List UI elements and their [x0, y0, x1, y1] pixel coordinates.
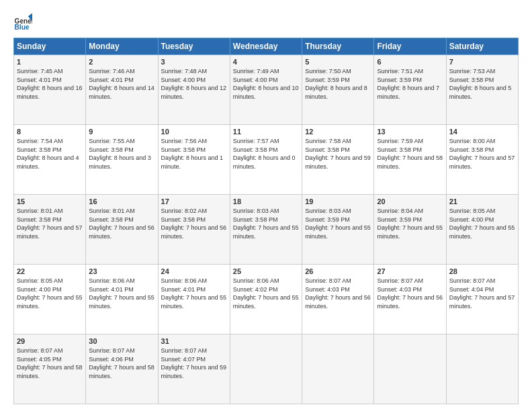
- day-info: Sunrise: 7:58 AM Sunset: 3:58 PM Dayligh…: [305, 137, 371, 171]
- day-cell: 8 Sunrise: 7:54 AM Sunset: 3:58 PM Dayli…: [14, 125, 86, 195]
- day-number: 20: [377, 197, 443, 205]
- day-info: Sunrise: 8:01 AM Sunset: 3:58 PM Dayligh…: [89, 207, 154, 240]
- day-number: 27: [377, 267, 443, 275]
- day-number: 17: [161, 197, 227, 205]
- day-cell: 30 Sunrise: 8:07 AM Sunset: 4:06 PM Dayl…: [86, 334, 158, 404]
- day-cell: 4 Sunrise: 7:49 AM Sunset: 4:00 PM Dayli…: [230, 55, 302, 125]
- day-cell: 20 Sunrise: 8:04 AM Sunset: 3:59 PM Dayl…: [374, 195, 446, 265]
- day-cell: 31 Sunrise: 8:07 AM Sunset: 4:07 PM Dayl…: [158, 334, 230, 404]
- header-sunday: Sunday: [14, 38, 86, 55]
- day-info: Sunrise: 7:45 AMSunset: 4:01 PMDaylight:…: [17, 67, 83, 101]
- empty-cell: [446, 334, 518, 404]
- day-cell: 22 Sunrise: 8:05 AM Sunset: 4:00 PM Dayl…: [14, 265, 86, 334]
- day-cell: 2 Sunrise: 7:46 AM Sunset: 4:01 PM Dayli…: [86, 55, 158, 125]
- day-cell: 7 Sunrise: 7:53 AM Sunset: 3:58 PM Dayli…: [446, 55, 518, 125]
- day-cell: 9 Sunrise: 7:55 AM Sunset: 3:58 PM Dayli…: [86, 125, 158, 195]
- logo: General Blue: [13, 12, 32, 31]
- day-info: Sunrise: 7:46 AM Sunset: 4:01 PM Dayligh…: [89, 67, 154, 101]
- day-number: 12: [305, 128, 371, 136]
- day-cell: 25 Sunrise: 8:06 AM Sunset: 4:02 PM Dayl…: [230, 265, 302, 334]
- day-cell: 17 Sunrise: 8:02 AM Sunset: 3:58 PM Dayl…: [158, 195, 230, 265]
- day-cell: 11 Sunrise: 7:57 AM Sunset: 3:58 PM Dayl…: [230, 125, 302, 195]
- day-info: Sunrise: 8:05 AM Sunset: 4:00 PM Dayligh…: [449, 207, 515, 240]
- header-friday: Friday: [374, 38, 446, 55]
- empty-cell: [374, 334, 446, 404]
- day-info: Sunrise: 8:06 AM Sunset: 4:02 PM Dayligh…: [233, 277, 299, 310]
- day-cell: 26 Sunrise: 8:07 AM Sunset: 4:03 PM Dayl…: [302, 265, 374, 334]
- day-info: Sunrise: 8:07 AM Sunset: 4:06 PM Dayligh…: [89, 347, 154, 380]
- svg-text:Blue: Blue: [15, 24, 30, 31]
- day-number: 30: [89, 337, 154, 345]
- day-number: 6: [377, 58, 443, 66]
- day-info: Sunrise: 8:07 AM Sunset: 4:03 PM Dayligh…: [377, 277, 443, 310]
- day-number: 23: [89, 267, 154, 275]
- day-cell: 14 Sunrise: 8:00 AM Sunset: 3:58 PM Dayl…: [446, 125, 518, 195]
- day-info: Sunrise: 7:54 AM Sunset: 3:58 PM Dayligh…: [17, 137, 83, 171]
- logo-icon: General Blue: [13, 12, 32, 31]
- day-info: Sunrise: 8:03 AM Sunset: 3:59 PM Dayligh…: [305, 207, 371, 240]
- day-number: 24: [161, 267, 227, 275]
- day-info: Sunrise: 7:59 AM Sunset: 3:58 PM Dayligh…: [377, 137, 443, 171]
- day-number: 19: [305, 197, 371, 205]
- header-saturday: Saturday: [446, 38, 518, 55]
- weekday-header-row: Sunday Monday Tuesday Wednesday Thursday…: [14, 38, 519, 55]
- calendar-row: 1 Sunrise: 7:45 AMSunset: 4:01 PMDayligh…: [14, 55, 519, 125]
- calendar-table: Sunday Monday Tuesday Wednesday Thursday…: [13, 38, 519, 404]
- day-info: Sunrise: 8:02 AM Sunset: 3:58 PM Dayligh…: [161, 207, 227, 240]
- day-number: 29: [17, 337, 83, 345]
- day-info: Sunrise: 8:07 AM Sunset: 4:04 PM Dayligh…: [449, 277, 515, 310]
- day-cell: 19 Sunrise: 8:03 AM Sunset: 3:59 PM Dayl…: [302, 195, 374, 265]
- day-cell: 13 Sunrise: 7:59 AM Sunset: 3:58 PM Dayl…: [374, 125, 446, 195]
- day-info: Sunrise: 8:01 AM Sunset: 3:58 PM Dayligh…: [17, 207, 83, 240]
- day-number: 2: [89, 58, 154, 66]
- day-number: 13: [377, 128, 443, 136]
- day-info: Sunrise: 8:06 AM Sunset: 4:01 PM Dayligh…: [89, 277, 154, 310]
- day-info: Sunrise: 8:00 AM Sunset: 3:58 PM Dayligh…: [449, 137, 515, 171]
- calendar-row: 29 Sunrise: 8:07 AM Sunset: 4:05 PM Dayl…: [14, 334, 519, 404]
- empty-cell: [230, 334, 302, 404]
- day-cell: 18 Sunrise: 8:03 AM Sunset: 3:58 PM Dayl…: [230, 195, 302, 265]
- day-info: Sunrise: 7:56 AM Sunset: 3:58 PM Dayligh…: [161, 137, 227, 171]
- day-number: 7: [449, 58, 515, 66]
- day-cell: 3 Sunrise: 7:48 AM Sunset: 4:00 PM Dayli…: [158, 55, 230, 125]
- day-info: Sunrise: 8:06 AM Sunset: 4:01 PM Dayligh…: [161, 277, 227, 310]
- day-info: Sunrise: 8:05 AM Sunset: 4:00 PM Dayligh…: [17, 277, 83, 310]
- day-cell: 21 Sunrise: 8:05 AM Sunset: 4:00 PM Dayl…: [446, 195, 518, 265]
- day-number: 16: [89, 197, 154, 205]
- day-cell: 29 Sunrise: 8:07 AM Sunset: 4:05 PM Dayl…: [14, 334, 86, 404]
- day-number: 14: [449, 128, 515, 136]
- day-number: 3: [161, 58, 227, 66]
- day-number: 4: [233, 58, 299, 66]
- day-number: 8: [17, 128, 83, 136]
- day-number: 15: [17, 197, 83, 205]
- day-info: Sunrise: 7:53 AM Sunset: 3:58 PM Dayligh…: [449, 67, 515, 101]
- day-number: 18: [233, 197, 299, 205]
- day-number: 9: [89, 128, 154, 136]
- day-number: 21: [449, 197, 515, 205]
- day-cell: 23 Sunrise: 8:06 AM Sunset: 4:01 PM Dayl…: [86, 265, 158, 334]
- calendar-row: 15 Sunrise: 8:01 AM Sunset: 3:58 PM Dayl…: [14, 195, 519, 265]
- day-number: 1: [17, 58, 83, 66]
- page: General Blue Sunday Monday Tuesday Wedne…: [0, 0, 532, 411]
- day-info: Sunrise: 8:04 AM Sunset: 3:59 PM Dayligh…: [377, 207, 443, 240]
- day-number: 22: [17, 267, 83, 275]
- day-number: 26: [305, 267, 371, 275]
- day-info: Sunrise: 8:03 AM Sunset: 3:58 PM Dayligh…: [233, 207, 299, 240]
- day-info: Sunrise: 7:51 AM Sunset: 3:59 PM Dayligh…: [377, 67, 443, 101]
- calendar-row: 22 Sunrise: 8:05 AM Sunset: 4:00 PM Dayl…: [14, 265, 519, 334]
- day-cell: 16 Sunrise: 8:01 AM Sunset: 3:58 PM Dayl…: [86, 195, 158, 265]
- day-info: Sunrise: 7:49 AM Sunset: 4:00 PM Dayligh…: [233, 67, 299, 101]
- day-info: Sunrise: 7:48 AM Sunset: 4:00 PM Dayligh…: [161, 67, 227, 101]
- day-cell: 5 Sunrise: 7:50 AM Sunset: 3:59 PM Dayli…: [302, 55, 374, 125]
- header-tuesday: Tuesday: [158, 38, 230, 55]
- day-info: Sunrise: 7:50 AM Sunset: 3:59 PM Dayligh…: [305, 67, 371, 101]
- day-info: Sunrise: 8:07 AM Sunset: 4:03 PM Dayligh…: [305, 277, 371, 310]
- day-cell: 28 Sunrise: 8:07 AM Sunset: 4:04 PM Dayl…: [446, 265, 518, 334]
- day-cell: 12 Sunrise: 7:58 AM Sunset: 3:58 PM Dayl…: [302, 125, 374, 195]
- day-cell: 27 Sunrise: 8:07 AM Sunset: 4:03 PM Dayl…: [374, 265, 446, 334]
- day-cell: 10 Sunrise: 7:56 AM Sunset: 3:58 PM Dayl…: [158, 125, 230, 195]
- day-number: 10: [161, 128, 227, 136]
- day-number: 11: [233, 128, 299, 136]
- header-monday: Monday: [86, 38, 158, 55]
- day-cell: 15 Sunrise: 8:01 AM Sunset: 3:58 PM Dayl…: [14, 195, 86, 265]
